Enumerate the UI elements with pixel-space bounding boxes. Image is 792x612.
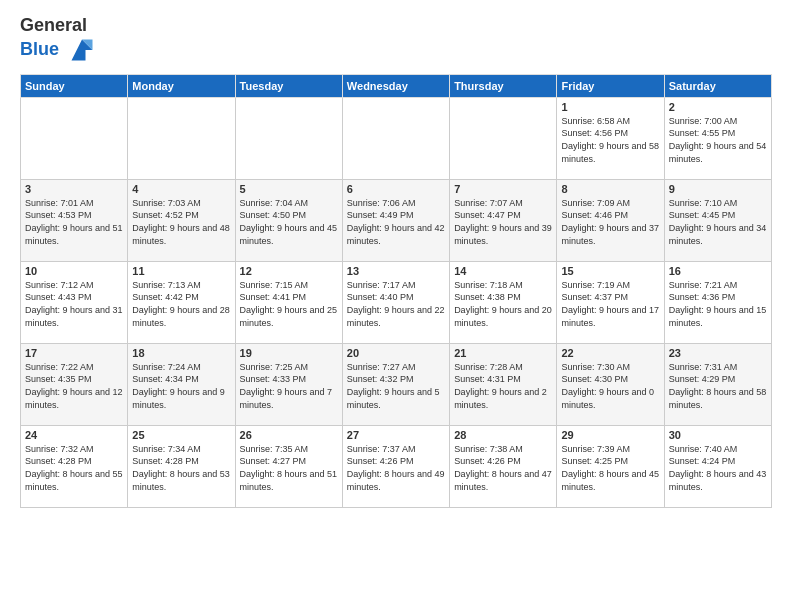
day-info: Sunrise: 7:15 AM Sunset: 4:41 PM Dayligh…: [240, 279, 338, 329]
calendar-cell: [342, 97, 449, 179]
calendar-cell: 15Sunrise: 7:19 AM Sunset: 4:37 PM Dayli…: [557, 261, 664, 343]
logo-name: General: [20, 15, 87, 35]
day-number: 30: [669, 429, 767, 441]
day-info: Sunrise: 7:40 AM Sunset: 4:24 PM Dayligh…: [669, 443, 767, 493]
day-info: Sunrise: 7:32 AM Sunset: 4:28 PM Dayligh…: [25, 443, 123, 493]
logo-general: General: [20, 15, 87, 35]
calendar-cell: 29Sunrise: 7:39 AM Sunset: 4:25 PM Dayli…: [557, 425, 664, 507]
day-header-wednesday: Wednesday: [342, 74, 449, 97]
day-number: 4: [132, 183, 230, 195]
calendar-cell: 4Sunrise: 7:03 AM Sunset: 4:52 PM Daylig…: [128, 179, 235, 261]
day-number: 3: [25, 183, 123, 195]
day-number: 2: [669, 101, 767, 113]
day-number: 1: [561, 101, 659, 113]
calendar-cell: [450, 97, 557, 179]
day-info: Sunrise: 7:30 AM Sunset: 4:30 PM Dayligh…: [561, 361, 659, 411]
calendar-cell: [235, 97, 342, 179]
day-header-friday: Friday: [557, 74, 664, 97]
day-info: Sunrise: 7:06 AM Sunset: 4:49 PM Dayligh…: [347, 197, 445, 247]
day-info: Sunrise: 7:31 AM Sunset: 4:29 PM Dayligh…: [669, 361, 767, 411]
week-row-4: 17Sunrise: 7:22 AM Sunset: 4:35 PM Dayli…: [21, 343, 772, 425]
day-number: 11: [132, 265, 230, 277]
day-info: Sunrise: 7:37 AM Sunset: 4:26 PM Dayligh…: [347, 443, 445, 493]
day-info: Sunrise: 7:07 AM Sunset: 4:47 PM Dayligh…: [454, 197, 552, 247]
calendar-cell: 30Sunrise: 7:40 AM Sunset: 4:24 PM Dayli…: [664, 425, 771, 507]
calendar-cell: 25Sunrise: 7:34 AM Sunset: 4:28 PM Dayli…: [128, 425, 235, 507]
calendar-cell: 12Sunrise: 7:15 AM Sunset: 4:41 PM Dayli…: [235, 261, 342, 343]
calendar-cell: 7Sunrise: 7:07 AM Sunset: 4:47 PM Daylig…: [450, 179, 557, 261]
calendar-cell: 19Sunrise: 7:25 AM Sunset: 4:33 PM Dayli…: [235, 343, 342, 425]
logo-icon: [68, 36, 96, 64]
day-number: 20: [347, 347, 445, 359]
calendar-cell: 17Sunrise: 7:22 AM Sunset: 4:35 PM Dayli…: [21, 343, 128, 425]
day-info: Sunrise: 7:19 AM Sunset: 4:37 PM Dayligh…: [561, 279, 659, 329]
day-number: 17: [25, 347, 123, 359]
day-number: 21: [454, 347, 552, 359]
day-info: Sunrise: 7:01 AM Sunset: 4:53 PM Dayligh…: [25, 197, 123, 247]
calendar-cell: 18Sunrise: 7:24 AM Sunset: 4:34 PM Dayli…: [128, 343, 235, 425]
day-number: 23: [669, 347, 767, 359]
day-info: Sunrise: 7:21 AM Sunset: 4:36 PM Dayligh…: [669, 279, 767, 329]
week-row-3: 10Sunrise: 7:12 AM Sunset: 4:43 PM Dayli…: [21, 261, 772, 343]
day-info: Sunrise: 7:09 AM Sunset: 4:46 PM Dayligh…: [561, 197, 659, 247]
calendar-cell: 22Sunrise: 7:30 AM Sunset: 4:30 PM Dayli…: [557, 343, 664, 425]
day-number: 29: [561, 429, 659, 441]
calendar-cell: 11Sunrise: 7:13 AM Sunset: 4:42 PM Dayli…: [128, 261, 235, 343]
day-number: 19: [240, 347, 338, 359]
week-row-2: 3Sunrise: 7:01 AM Sunset: 4:53 PM Daylig…: [21, 179, 772, 261]
day-info: Sunrise: 7:22 AM Sunset: 4:35 PM Dayligh…: [25, 361, 123, 411]
day-number: 14: [454, 265, 552, 277]
day-number: 27: [347, 429, 445, 441]
day-number: 5: [240, 183, 338, 195]
day-info: Sunrise: 7:27 AM Sunset: 4:32 PM Dayligh…: [347, 361, 445, 411]
calendar-header-row: SundayMondayTuesdayWednesdayThursdayFrid…: [21, 74, 772, 97]
day-info: Sunrise: 7:38 AM Sunset: 4:26 PM Dayligh…: [454, 443, 552, 493]
header: General Blue: [20, 16, 772, 64]
day-info: Sunrise: 6:58 AM Sunset: 4:56 PM Dayligh…: [561, 115, 659, 165]
day-header-thursday: Thursday: [450, 74, 557, 97]
calendar-cell: 28Sunrise: 7:38 AM Sunset: 4:26 PM Dayli…: [450, 425, 557, 507]
day-number: 22: [561, 347, 659, 359]
calendar-cell: 27Sunrise: 7:37 AM Sunset: 4:26 PM Dayli…: [342, 425, 449, 507]
day-info: Sunrise: 7:10 AM Sunset: 4:45 PM Dayligh…: [669, 197, 767, 247]
day-info: Sunrise: 7:39 AM Sunset: 4:25 PM Dayligh…: [561, 443, 659, 493]
day-number: 13: [347, 265, 445, 277]
calendar-cell: 6Sunrise: 7:06 AM Sunset: 4:49 PM Daylig…: [342, 179, 449, 261]
day-number: 6: [347, 183, 445, 195]
day-info: Sunrise: 7:17 AM Sunset: 4:40 PM Dayligh…: [347, 279, 445, 329]
day-info: Sunrise: 7:12 AM Sunset: 4:43 PM Dayligh…: [25, 279, 123, 329]
day-info: Sunrise: 7:04 AM Sunset: 4:50 PM Dayligh…: [240, 197, 338, 247]
day-number: 15: [561, 265, 659, 277]
day-info: Sunrise: 7:24 AM Sunset: 4:34 PM Dayligh…: [132, 361, 230, 411]
calendar-cell: 14Sunrise: 7:18 AM Sunset: 4:38 PM Dayli…: [450, 261, 557, 343]
week-row-1: 1Sunrise: 6:58 AM Sunset: 4:56 PM Daylig…: [21, 97, 772, 179]
calendar-cell: 26Sunrise: 7:35 AM Sunset: 4:27 PM Dayli…: [235, 425, 342, 507]
day-info: Sunrise: 7:03 AM Sunset: 4:52 PM Dayligh…: [132, 197, 230, 247]
day-number: 10: [25, 265, 123, 277]
calendar-cell: 5Sunrise: 7:04 AM Sunset: 4:50 PM Daylig…: [235, 179, 342, 261]
calendar-cell: [21, 97, 128, 179]
calendar-cell: 1Sunrise: 6:58 AM Sunset: 4:56 PM Daylig…: [557, 97, 664, 179]
calendar-cell: 16Sunrise: 7:21 AM Sunset: 4:36 PM Dayli…: [664, 261, 771, 343]
day-number: 24: [25, 429, 123, 441]
day-number: 8: [561, 183, 659, 195]
calendar-cell: 3Sunrise: 7:01 AM Sunset: 4:53 PM Daylig…: [21, 179, 128, 261]
logo-text-block: General Blue: [20, 16, 96, 64]
day-info: Sunrise: 7:18 AM Sunset: 4:38 PM Dayligh…: [454, 279, 552, 329]
day-number: 9: [669, 183, 767, 195]
day-number: 25: [132, 429, 230, 441]
calendar-cell: [128, 97, 235, 179]
calendar-cell: 21Sunrise: 7:28 AM Sunset: 4:31 PM Dayli…: [450, 343, 557, 425]
calendar-cell: 13Sunrise: 7:17 AM Sunset: 4:40 PM Dayli…: [342, 261, 449, 343]
day-info: Sunrise: 7:34 AM Sunset: 4:28 PM Dayligh…: [132, 443, 230, 493]
logo: General Blue: [20, 16, 96, 64]
calendar-cell: 9Sunrise: 7:10 AM Sunset: 4:45 PM Daylig…: [664, 179, 771, 261]
day-number: 18: [132, 347, 230, 359]
logo-blue: Blue: [20, 39, 59, 59]
day-number: 26: [240, 429, 338, 441]
calendar-table: SundayMondayTuesdayWednesdayThursdayFrid…: [20, 74, 772, 508]
day-header-sunday: Sunday: [21, 74, 128, 97]
day-info: Sunrise: 7:13 AM Sunset: 4:42 PM Dayligh…: [132, 279, 230, 329]
calendar-cell: 23Sunrise: 7:31 AM Sunset: 4:29 PM Dayli…: [664, 343, 771, 425]
day-header-tuesday: Tuesday: [235, 74, 342, 97]
